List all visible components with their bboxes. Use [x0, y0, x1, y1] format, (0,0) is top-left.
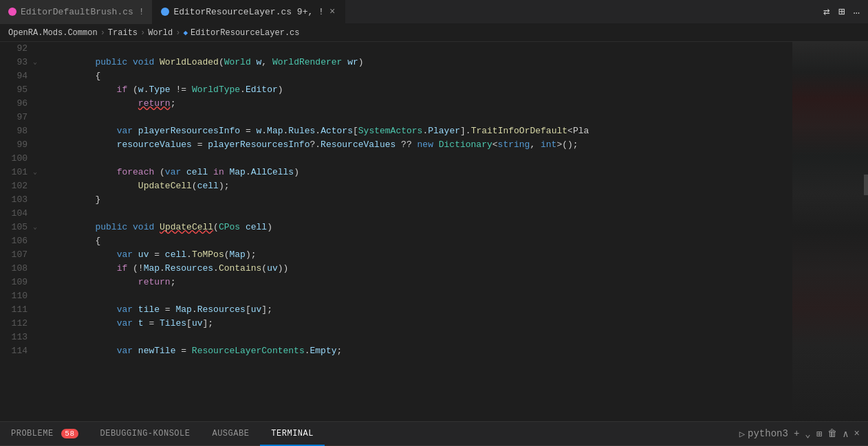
line-num: 105 — [8, 221, 28, 234]
table-row[interactable]: } — [52, 193, 792, 207]
table-row[interactable] — [52, 289, 792, 303]
tab-label-1: EditorDefaultBrush.cs ! — [21, 7, 144, 17]
table-row[interactable]: resourceValues = playerResourcesInfo?.Re… — [52, 138, 792, 152]
panel-tab-bar: PROBLEME 58 DEBUGGING-KONSOLE AUSGABE TE… — [0, 422, 868, 446]
line-num: 112 — [8, 317, 28, 331]
breadcrumb-sep-2: › — [140, 28, 145, 38]
line-num: 98 — [8, 124, 28, 138]
panel-tab-problems[interactable]: PROBLEME 58 — [0, 422, 89, 446]
tab-icon-pink — [8, 8, 17, 16]
python-indicator[interactable]: ▷ python3 — [739, 428, 788, 440]
line-num: 103 — [8, 193, 28, 207]
line-num: 95 — [8, 83, 28, 97]
table-row[interactable] — [52, 331, 792, 344]
breadcrumb-file[interactable]: EditorResourceLayer.cs — [191, 28, 299, 38]
table-row[interactable]: var uv = cell.ToMPos(Map); — [52, 248, 792, 262]
table-row[interactable] — [52, 42, 792, 56]
code-lines: public void WorldLoaded(World w, WorldRe… — [47, 42, 792, 421]
breadcrumb-sep-3: › — [175, 28, 180, 38]
line-num: 97 — [8, 111, 28, 124]
kill-terminal-icon[interactable]: 🗑 — [827, 428, 837, 439]
tab-label-2: EditorResourceLayer.cs 9+, ! — [173, 7, 323, 17]
panel-tab-output[interactable]: AUSGABE — [201, 422, 260, 446]
line-num: 100 — [8, 152, 28, 166]
breadcrumb-sep-1: › — [100, 28, 105, 38]
code-area[interactable]: 9293949596979899100101102103104105106107… — [0, 42, 792, 421]
line-num: 93 — [8, 56, 28, 69]
table-row[interactable]: public void UpdateCell(CPos cell) — [52, 221, 792, 234]
line-num: 107 — [8, 248, 28, 262]
tab-bar-actions: ⇄ ⊞ … — [823, 5, 868, 19]
panel-tab-actions: ▷ python3 + ⌄ ⊞ 🗑 ∧ × — [739, 428, 868, 440]
line-num: 102 — [8, 179, 28, 193]
line-num: 101 — [8, 166, 28, 179]
minimap-content — [792, 42, 868, 421]
table-row[interactable]: var playerResourcesInfo = w.Map.Rules.Ac… — [52, 124, 792, 138]
new-terminal-icon[interactable]: + — [794, 428, 799, 439]
breadcrumb-part-2[interactable]: Traits — [108, 28, 138, 38]
line-num: 94 — [8, 69, 28, 83]
compare-icon[interactable]: ⇄ — [823, 5, 830, 19]
line-num: 108 — [8, 262, 28, 276]
split-editor-icon[interactable]: ⊞ — [838, 5, 845, 19]
line-num: 99 — [8, 138, 28, 152]
table-row[interactable] — [52, 207, 792, 221]
line-num: 109 — [8, 276, 28, 289]
table-row[interactable]: { — [52, 234, 792, 248]
line-num: 113 — [8, 331, 28, 344]
more-actions-icon[interactable]: … — [853, 5, 860, 19]
table-row[interactable]: public void WorldLoaded(World w, WorldRe… — [52, 56, 792, 69]
tab-editor-resource-layer[interactable]: EditorResourceLayer.cs 9+, ! × — [153, 0, 345, 24]
close-panel-icon[interactable]: × — [854, 428, 860, 439]
table-row[interactable]: UpdateCell(cell); — [52, 179, 792, 193]
table-row[interactable] — [52, 152, 792, 166]
table-row[interactable]: return; — [52, 97, 792, 111]
table-row[interactable]: if (w.Type != WorldType.Editor) — [52, 83, 792, 97]
line-num: 110 — [8, 289, 28, 303]
line-num: 114 — [8, 344, 28, 358]
panel-tab-debug[interactable]: DEBUGGING-KONSOLE — [89, 422, 202, 446]
breadcrumb: OpenRA.Mods.Common › Traits › World › ◆ … — [0, 24, 868, 42]
tab-icon-blue — [161, 8, 169, 16]
tab-editor-default-brush[interactable]: EditorDefaultBrush.cs ! — [0, 0, 153, 24]
table-row[interactable]: var newTile = ResourceLayerContents.Empt… — [52, 344, 792, 358]
table-row[interactable]: { — [52, 69, 792, 83]
bottom-panel: PROBLEME 58 DEBUGGING-KONSOLE AUSGABE TE… — [0, 421, 868, 446]
customize-terminal-icon[interactable]: ⊞ — [816, 428, 822, 440]
terminal-icon: ▷ — [739, 428, 745, 440]
minimap[interactable] — [792, 42, 868, 421]
line-num: 106 — [8, 234, 28, 248]
table-row[interactable]: return; — [52, 276, 792, 289]
tab-bar: EditorDefaultBrush.cs ! EditorResourceLa… — [0, 0, 868, 24]
python-label: python3 — [748, 428, 788, 439]
split-terminal-icon[interactable]: ⌄ — [805, 428, 810, 440]
line-num: 96 — [8, 97, 28, 111]
table-row[interactable]: var t = Tiles[uv]; — [52, 317, 792, 331]
line-numbers: 9293949596979899100101102103104105106107… — [0, 42, 33, 421]
line-num: 92 — [8, 42, 28, 56]
line-num: 111 — [8, 303, 28, 317]
table-row[interactable]: var tile = Map.Resources[uv]; — [52, 303, 792, 317]
minimap-slider[interactable] — [864, 175, 868, 195]
editor: 9293949596979899100101102103104105106107… — [0, 42, 792, 421]
table-row[interactable]: if (!Map.Resources.Contains(uv)) — [52, 262, 792, 276]
line-num: 104 — [8, 207, 28, 221]
maximize-panel-icon[interactable]: ∧ — [843, 428, 848, 440]
fold-column: ⌄⌄⌄ — [33, 42, 47, 421]
panel-tab-terminal[interactable]: TERMINAL — [260, 422, 325, 446]
breadcrumb-part-1[interactable]: OpenRA.Mods.Common — [8, 28, 98, 38]
table-row[interactable]: foreach (var cell in Map.AllCells) — [52, 166, 792, 179]
file-icon: ◆ — [183, 28, 188, 37]
close-icon[interactable]: × — [328, 6, 336, 17]
breadcrumb-part-3[interactable]: World — [148, 28, 173, 38]
problems-badge: 58 — [61, 429, 78, 438]
main-area: 9293949596979899100101102103104105106107… — [0, 42, 868, 421]
table-row[interactable] — [52, 111, 792, 124]
